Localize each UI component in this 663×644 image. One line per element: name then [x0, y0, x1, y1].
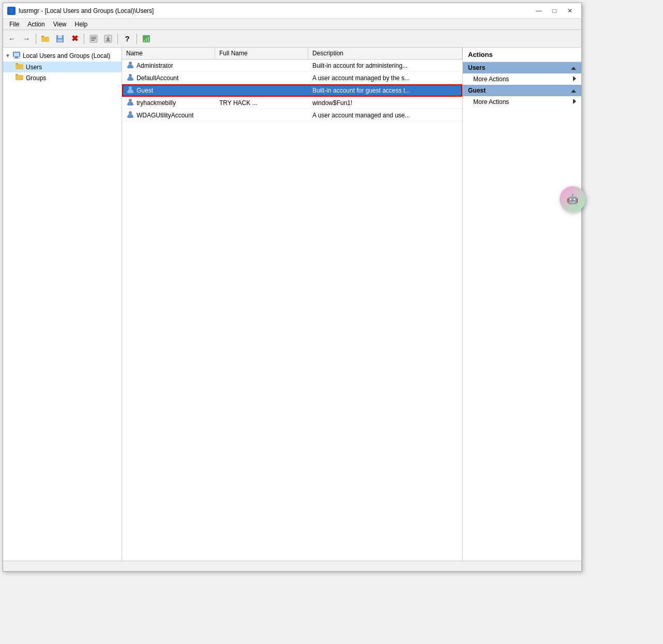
- svg-rect-23: [16, 75, 23, 80]
- svg-rect-20: [14, 58, 19, 58]
- cell-admin-fullname: [215, 65, 308, 67]
- ai-icon: 🤖: [567, 193, 578, 205]
- app-icon: 👤: [7, 7, 16, 15]
- main-window: 👤 lusrmgr - [Local Users and Groups (Loc…: [3, 3, 582, 572]
- tree-groups-label: Groups: [26, 74, 46, 82]
- svg-rect-38: [127, 115, 133, 118]
- minimize-button[interactable]: —: [532, 6, 546, 16]
- title-bar: 👤 lusrmgr - [Local Users and Groups (Loc…: [3, 3, 581, 19]
- actions-guest-more-actions-arrow: [573, 98, 576, 106]
- menu-file[interactable]: File: [5, 20, 23, 29]
- svg-rect-16: [148, 37, 149, 42]
- expand-icon: ▼: [5, 53, 10, 58]
- cell-billy-fullname: TRY HACK ...: [215, 98, 308, 108]
- svg-rect-24: [16, 74, 18, 76]
- svg-rect-21: [16, 64, 23, 69]
- toolbar-sep-3: [117, 34, 118, 44]
- svg-rect-26: [127, 66, 133, 68]
- actions-guest-more-actions[interactable]: More Actions: [463, 96, 581, 108]
- svg-rect-33: [128, 89, 132, 91]
- svg-rect-8: [91, 38, 96, 39]
- export-button[interactable]: [101, 32, 115, 46]
- admin-icon: [126, 61, 134, 70]
- tree-root-item[interactable]: ▼ Local Users and Groups (Local): [3, 50, 122, 62]
- actions-users-more-actions[interactable]: More Actions: [463, 73, 581, 85]
- svg-rect-32: [127, 91, 133, 93]
- svg-point-37: [129, 111, 132, 114]
- actions-pane: Actions Users More Actions Guest More Ac…: [462, 48, 581, 561]
- folder-button[interactable]: [39, 32, 52, 46]
- save-button[interactable]: [53, 32, 67, 46]
- svg-rect-18: [14, 53, 19, 56]
- tree-root-label: Local Users and Groups (Local): [23, 52, 110, 59]
- billy-icon: [126, 98, 134, 108]
- svg-point-28: [129, 74, 132, 77]
- menu-view[interactable]: View: [49, 20, 71, 29]
- cell-billy-desc: window$Fun1!: [308, 98, 462, 108]
- default-icon: [126, 73, 134, 83]
- svg-rect-14: [144, 40, 145, 42]
- list-row-administrator[interactable]: Administrator Built-in account for admin…: [122, 59, 462, 72]
- list-pane: Name Full Name Description Administrator: [122, 48, 462, 561]
- toolbar-sep-4: [137, 34, 137, 44]
- col-header-fullname[interactable]: Full Name: [215, 48, 308, 59]
- svg-point-34: [129, 99, 132, 102]
- cell-default-fullname: [215, 77, 308, 79]
- col-header-name[interactable]: Name: [122, 48, 215, 59]
- actions-users-more-actions-arrow: [573, 76, 576, 83]
- menu-help[interactable]: Help: [71, 20, 92, 29]
- svg-rect-19: [15, 57, 18, 58]
- close-button[interactable]: ✕: [563, 6, 577, 16]
- svg-rect-22: [16, 63, 18, 65]
- actions-section-users[interactable]: Users: [463, 62, 581, 73]
- actions-users-more-actions-label: More Actions: [473, 76, 509, 83]
- svg-rect-5: [57, 39, 63, 42]
- tree-pane: ▼ Local Users and Groups (Local): [3, 48, 122, 561]
- list-row-tryhackmebilly[interactable]: tryhackmebilly TRY HACK ... window$Fun1!: [122, 97, 462, 109]
- svg-rect-29: [127, 78, 133, 81]
- actions-guest-title: Guest: [468, 87, 486, 94]
- tree-users-item[interactable]: Users: [3, 62, 122, 72]
- menu-bar: File Action View Help: [3, 19, 581, 30]
- list-header: Name Full Name Description: [122, 48, 462, 59]
- cell-admin-desc: Built-in account for administering...: [308, 61, 462, 70]
- list-row-guest[interactable]: Guest Built-in account for guest access …: [122, 84, 462, 97]
- cell-wdag-name: WDAGUtilityAccount: [122, 109, 215, 121]
- list-row-wdag[interactable]: WDAGUtilityAccount A user account manage…: [122, 109, 462, 122]
- actions-section-guest[interactable]: Guest: [463, 85, 581, 96]
- list-row-defaultaccount[interactable]: DefaultAccount A user account managed by…: [122, 72, 462, 84]
- svg-rect-9: [91, 40, 95, 41]
- delete-button[interactable]: ✖: [68, 32, 81, 46]
- window-controls: — □ ✕: [532, 6, 577, 16]
- forward-button[interactable]: →: [20, 32, 33, 46]
- svg-rect-4: [58, 35, 62, 38]
- menu-action[interactable]: Action: [23, 20, 49, 29]
- actions-guest-collapse-icon: [571, 87, 576, 94]
- extra-button[interactable]: [140, 32, 153, 46]
- cell-admin-name: Administrator: [122, 59, 215, 71]
- svg-rect-7: [91, 37, 96, 38]
- guest-icon: [126, 85, 134, 95]
- actions-guest-more-actions-label: More Actions: [473, 98, 509, 106]
- col-header-description[interactable]: Description: [308, 48, 462, 59]
- cell-wdag-desc: A user account managed and use...: [308, 111, 462, 120]
- svg-rect-2: [41, 36, 44, 37]
- actions-users-collapse-icon: [571, 64, 576, 71]
- cell-guest-fullname: [215, 89, 308, 92]
- toolbar: ← → ✖ ?: [3, 30, 581, 48]
- help-button[interactable]: ?: [120, 32, 134, 46]
- properties-button[interactable]: [87, 32, 100, 46]
- tree-groups-item[interactable]: Groups: [3, 72, 122, 83]
- default-name-text: DefaultAccount: [137, 74, 178, 82]
- svg-rect-36: [128, 102, 132, 103]
- main-content: ▼ Local Users and Groups (Local): [3, 48, 581, 561]
- guest-name-text: Guest: [137, 87, 153, 94]
- cell-guest-name: Guest: [122, 84, 215, 96]
- cell-guest-desc: Built-in account for guest access t...: [308, 86, 462, 95]
- cell-wdag-fullname: [215, 114, 308, 116]
- back-button[interactable]: ←: [5, 32, 19, 46]
- ai-overlay-icon[interactable]: 🤖: [560, 186, 585, 212]
- maximize-button[interactable]: □: [547, 6, 562, 16]
- billy-name-text: tryhackmebilly: [137, 99, 176, 107]
- users-folder-icon: [16, 63, 24, 71]
